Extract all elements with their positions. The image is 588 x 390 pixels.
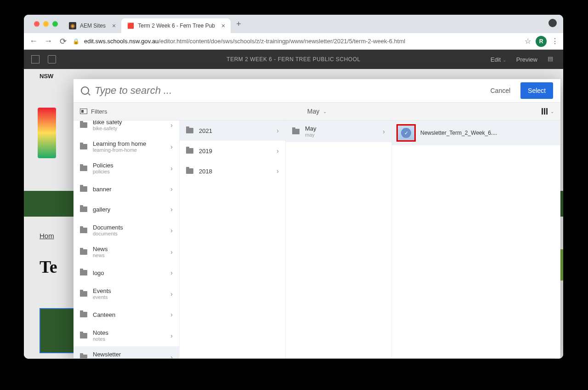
chevron-right-icon: › bbox=[170, 227, 173, 234]
cancel-button[interactable]: Cancel bbox=[486, 87, 515, 94]
extensions-icon[interactable] bbox=[548, 19, 557, 27]
item-title: Learning from home bbox=[93, 140, 165, 147]
item-title: gallery bbox=[93, 206, 165, 213]
folder-item[interactable]: Newsletternewsletter› bbox=[74, 346, 179, 358]
chevron-right-icon: › bbox=[170, 269, 173, 276]
maximize-window[interactable] bbox=[52, 21, 58, 27]
view-switcher[interactable]: ⌄ bbox=[542, 108, 554, 115]
url-field[interactable]: edit.sws.schools.nsw.gov.au/editor.html/… bbox=[84, 38, 520, 45]
folder-item[interactable]: 2019› bbox=[180, 141, 285, 161]
chevron-right-icon: › bbox=[170, 311, 173, 318]
folder-item[interactable]: logo› bbox=[74, 263, 179, 283]
dialog-header: Cancel Select bbox=[74, 79, 560, 102]
asset-thumbnail: ✓ bbox=[396, 124, 416, 142]
folder-item[interactable]: 2021› bbox=[180, 120, 285, 141]
chevron-down-icon: ⌄ bbox=[323, 109, 327, 114]
folder-item[interactable]: Maymay› bbox=[286, 120, 391, 142]
forward-button[interactable]: → bbox=[43, 36, 53, 46]
item-subtitle: events bbox=[93, 294, 165, 300]
column-2: 2021›2019›2018› bbox=[180, 120, 286, 358]
asset-picker-dialog: Cancel Select Filters May ⌄ ⌄ Bike safet… bbox=[74, 79, 560, 358]
chevron-right-icon: › bbox=[383, 128, 385, 135]
search-icon bbox=[81, 86, 89, 95]
annotate-icon[interactable]: ▤ bbox=[548, 55, 556, 63]
lock-icon[interactable]: 🔒 bbox=[73, 38, 79, 45]
folder-icon bbox=[80, 186, 87, 192]
folder-icon bbox=[80, 312, 87, 317]
tab-aem-sites[interactable]: ◉ AEM Sites × bbox=[63, 18, 121, 33]
chevron-right-icon: › bbox=[170, 165, 173, 172]
breadcrumb[interactable]: May ⌄ bbox=[307, 108, 327, 115]
favicon-aem: ◉ bbox=[69, 22, 76, 29]
folder-item[interactable]: Policiespolicies› bbox=[74, 157, 179, 179]
folder-item[interactable]: gallery› bbox=[74, 199, 179, 219]
chevron-right-icon: › bbox=[277, 147, 279, 155]
item-title: May bbox=[305, 125, 377, 132]
folder-icon bbox=[186, 148, 193, 154]
selected-check-icon: ✓ bbox=[401, 128, 411, 138]
folder-icon bbox=[186, 128, 193, 133]
column-3: Maymay› bbox=[286, 120, 392, 358]
column-4: ✓ Newsletter_Term_2_Week_6.... bbox=[392, 120, 560, 358]
folder-icon bbox=[80, 270, 87, 275]
item-title: Canteen bbox=[93, 311, 165, 318]
folder-icon bbox=[80, 206, 87, 212]
filters-button[interactable]: Filters bbox=[80, 108, 107, 115]
folder-item[interactable]: Documentsdocuments› bbox=[74, 219, 179, 241]
column-browser: Bike safetybike-safety›Learning from hom… bbox=[74, 120, 560, 358]
folder-icon bbox=[186, 168, 193, 174]
select-button[interactable]: Select bbox=[520, 82, 553, 99]
filters-label: Filters bbox=[91, 108, 107, 115]
close-window[interactable] bbox=[34, 21, 40, 27]
address-bar: ← → ⟳ 🔒 edit.sws.schools.nsw.gov.au/edit… bbox=[24, 33, 563, 50]
folder-item[interactable]: Eventsevents› bbox=[74, 283, 179, 304]
folder-icon bbox=[80, 166, 87, 171]
asset-item[interactable]: ✓ Newsletter_Term_2_Week_6.... bbox=[392, 120, 560, 145]
tab-bar: ◉ AEM Sites × 🟥 Term 2 Week 6 - Fern Tre… bbox=[24, 15, 563, 33]
item-title: Notes bbox=[93, 329, 165, 336]
breadcrumb-home: Hom bbox=[40, 232, 54, 240]
item-title: Newsletter bbox=[93, 351, 165, 358]
chevron-down-icon: ⌄ bbox=[550, 109, 554, 114]
menu-icon[interactable]: ⋮ bbox=[551, 37, 559, 46]
folder-item[interactable]: Notesnotes› bbox=[74, 325, 179, 346]
item-title: Events bbox=[93, 287, 165, 294]
favicon-nsw: 🟥 bbox=[127, 22, 134, 29]
item-subtitle: newsletter bbox=[93, 358, 165, 358]
item-subtitle: may bbox=[305, 132, 377, 138]
back-button[interactable]: ← bbox=[28, 36, 39, 46]
item-title: 2019 bbox=[199, 148, 271, 155]
folder-item[interactable]: Canteen› bbox=[74, 304, 179, 325]
folder-item[interactable]: Newsnews› bbox=[74, 241, 179, 263]
chevron-right-icon: › bbox=[170, 206, 173, 213]
item-title: logo bbox=[93, 270, 165, 276]
close-tab-icon[interactable]: × bbox=[112, 22, 116, 29]
aem-toolbar: TERM 2 WEEK 6 - FERN TREE PUBLIC SCHOOL … bbox=[24, 50, 563, 69]
close-tab-icon[interactable]: × bbox=[221, 22, 225, 29]
chevron-right-icon: › bbox=[170, 143, 173, 150]
breadcrumb-label: May bbox=[307, 108, 319, 115]
asset-name: Newsletter_Term_2_Week_6.... bbox=[420, 130, 497, 136]
new-tab-button[interactable]: + bbox=[231, 19, 247, 29]
item-title: 2018 bbox=[199, 168, 271, 175]
item-title: Bike safety bbox=[93, 120, 165, 126]
item-subtitle: news bbox=[93, 252, 165, 258]
window-controls bbox=[28, 21, 63, 27]
folder-item[interactable]: 2018› bbox=[180, 161, 285, 181]
item-title: banner bbox=[93, 186, 165, 193]
chevron-right-icon: › bbox=[170, 248, 173, 256]
folder-item[interactable]: banner› bbox=[74, 179, 179, 199]
reload-button[interactable]: ⟳ bbox=[58, 36, 68, 46]
folder-item[interactable]: Bike safetybike-safety› bbox=[74, 120, 179, 136]
minimize-window[interactable] bbox=[43, 21, 49, 27]
folder-item[interactable]: Learning from homelearning-from-home› bbox=[74, 136, 179, 157]
search-input[interactable] bbox=[95, 85, 480, 97]
url-host: edit.sws.schools.nsw.gov.au bbox=[84, 38, 158, 45]
item-subtitle: policies bbox=[93, 169, 165, 174]
folder-icon bbox=[80, 333, 87, 338]
tab-title: AEM Sites bbox=[80, 23, 106, 29]
bookmark-icon[interactable]: ☆ bbox=[525, 37, 531, 46]
profile-avatar[interactable]: R bbox=[536, 36, 547, 47]
columns-view-icon bbox=[542, 108, 548, 115]
tab-newsletter[interactable]: 🟥 Term 2 Week 6 - Fern Tree Pub × bbox=[121, 18, 231, 33]
